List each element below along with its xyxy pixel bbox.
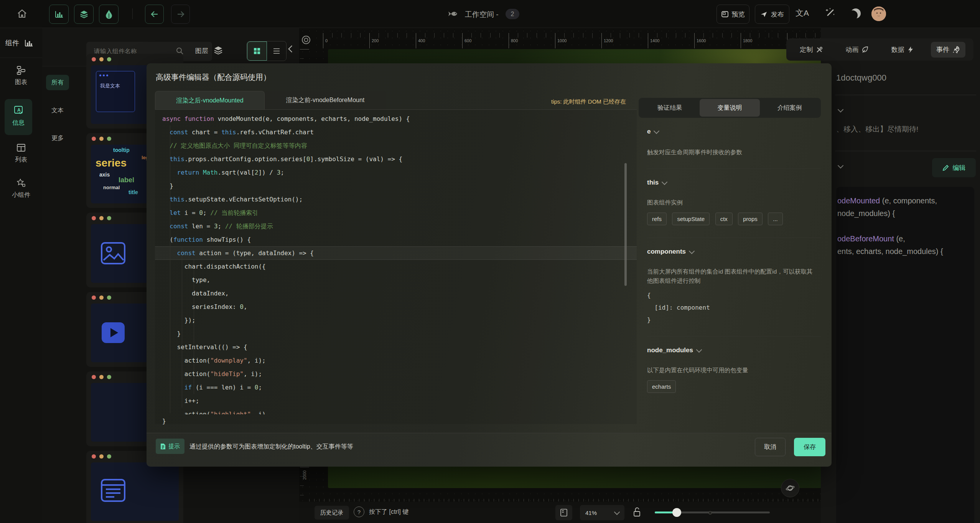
tab-variable-docs[interactable]: 变量说明 xyxy=(700,99,759,117)
section-name: node_modules xyxy=(647,346,693,354)
panel-toggle-button[interactable] xyxy=(555,505,572,520)
canvas-float-button[interactable] xyxy=(781,479,799,497)
language-icon[interactable]: 文A xyxy=(796,8,809,18)
ruler-label: 600 xyxy=(464,38,471,43)
tab-validation-result[interactable]: 验证结果 xyxy=(640,99,700,117)
magic-wand-icon[interactable] xyxy=(824,7,836,19)
code-line: (function showTips() { xyxy=(162,233,630,246)
section-name: components xyxy=(647,248,686,256)
chart-nodes-icon xyxy=(16,65,26,75)
events-teaser-text: 、移入、移出】尽情期待! xyxy=(836,124,918,134)
chip-more: ... xyxy=(768,213,783,225)
ruler-label: 200 xyxy=(372,38,379,43)
ruler-label: 1000 xyxy=(557,38,567,43)
section-header-e[interactable]: e xyxy=(647,128,821,135)
hint-text: 通过提供的参数可为图表增加定制化的tooltip、交互事件等等 xyxy=(189,443,353,451)
sidebar-item-charts[interactable]: 图表 xyxy=(0,65,42,86)
cancel-button[interactable]: 取消 xyxy=(755,438,786,456)
undo-button[interactable] xyxy=(145,5,164,24)
card-window-dots xyxy=(92,57,111,61)
tab-animation[interactable]: 动画 xyxy=(840,42,874,58)
grid-view-toggle[interactable] xyxy=(247,41,267,61)
window-icon xyxy=(721,11,728,17)
pen-mode-button[interactable] xyxy=(99,5,119,24)
layers-mode-button[interactable] xyxy=(74,5,94,24)
section-header-node-modules[interactable]: node_modules xyxy=(647,346,821,354)
code-fragment-line: node_modules) { xyxy=(837,207,974,220)
publish-button[interactable]: 发布 xyxy=(755,5,789,24)
sidebar-item-info[interactable]: A 信息 xyxy=(5,99,32,135)
sidebar-item-widgets[interactable]: 小组件 xyxy=(0,178,42,199)
ruler-label: 1600 xyxy=(697,38,706,43)
code-line: chart.dispatchAction({ xyxy=(162,260,630,273)
dark-mode-moon-icon[interactable] xyxy=(851,8,861,18)
modal-footer: 提示 通过提供的参数可为图表增加定制化的tooltip、交互事件等等 取消 保存 xyxy=(147,433,832,467)
collapse-panel-icon[interactable] xyxy=(289,46,294,53)
tab-events[interactable]: 事件 xyxy=(931,42,965,58)
key-hint-text: 按下了 [ctrl] 键 xyxy=(369,508,408,516)
layers-icon[interactable] xyxy=(213,45,223,55)
tab-text[interactable]: 文本 xyxy=(46,103,69,118)
section-header-this[interactable]: this xyxy=(647,179,821,186)
tab-label: 定制 xyxy=(800,45,813,54)
list-view-toggle[interactable] xyxy=(267,41,286,61)
chart-mode-button[interactable] xyxy=(49,5,69,24)
home-icon[interactable] xyxy=(17,8,27,19)
tab-vnode-before-mount[interactable]: 渲染之前-vnodeBeforeMount xyxy=(265,91,386,109)
code-line: i++; xyxy=(162,394,630,408)
browser-icon xyxy=(100,478,126,502)
chevron-down-icon[interactable] xyxy=(838,163,844,169)
wordcloud-word: title xyxy=(128,189,138,195)
code-lines[interactable]: async function vnodeMounted(e, component… xyxy=(162,112,630,428)
code-line: async function vnodeMounted(e, component… xyxy=(162,112,630,125)
components-bars-icon xyxy=(25,39,33,47)
save-button[interactable]: 保存 xyxy=(794,438,825,456)
arrow-right-icon xyxy=(176,11,185,18)
edit-button[interactable]: 编辑 xyxy=(932,158,976,177)
tab-intro-examples[interactable]: 介绍案例 xyxy=(760,99,820,117)
event-code-preview[interactable]: odeMounted (e, components,node_modules) … xyxy=(836,187,974,523)
ruler-origin-icon[interactable] xyxy=(301,35,311,45)
lock-icon[interactable] xyxy=(632,507,642,518)
tab-label: 更多 xyxy=(51,134,64,142)
zoom-select[interactable]: 41% xyxy=(580,505,624,520)
divider xyxy=(835,151,976,151)
zoom-value: 41% xyxy=(585,510,597,516)
tab-vnode-mounted[interactable]: 渲染之后-vnodeMounted xyxy=(155,91,265,110)
ruler-label: 1200 xyxy=(604,38,613,43)
wordcloud-word: series xyxy=(96,157,127,169)
preview-label: 预览 xyxy=(732,10,745,19)
editor-scrollbar[interactable] xyxy=(624,163,627,286)
history-label: 历史记录 xyxy=(320,509,343,516)
chip-ctx: ctx xyxy=(715,213,733,225)
card-preview xyxy=(91,462,179,521)
preview-button[interactable]: 预览 xyxy=(716,5,749,24)
workspace-badge: 2 xyxy=(506,9,519,19)
zoom-slider-thumb[interactable] xyxy=(672,508,681,517)
chevron-down-icon[interactable] xyxy=(838,107,844,113)
tab-label: 渲染之后-vnodeMounted xyxy=(176,97,243,105)
help-icon[interactable]: ? xyxy=(354,507,364,517)
tab-data[interactable]: 数据 xyxy=(886,42,919,58)
code-fragment-line xyxy=(837,220,974,233)
section-name: e xyxy=(647,128,651,135)
tab-all[interactable]: 所有 xyxy=(46,75,69,90)
tab-label: 动画 xyxy=(845,45,858,54)
code-line: }); xyxy=(162,313,630,327)
sidebar-item-list[interactable]: 列表 xyxy=(0,143,42,164)
layers-icon xyxy=(79,10,89,19)
tab-customize[interactable]: 定制 xyxy=(794,42,828,58)
tab-label: 所有 xyxy=(51,79,64,87)
user-avatar[interactable] xyxy=(871,7,886,21)
tab-label: 数据 xyxy=(891,45,904,54)
horizontal-ruler: 0200400600800100012001400160018002000 xyxy=(309,33,821,48)
ruler-label: 800 xyxy=(511,38,518,43)
tab-label: 文本 xyxy=(51,107,64,115)
list-icon xyxy=(273,48,280,54)
history-button[interactable]: 历史记录 xyxy=(315,506,349,520)
tab-more[interactable]: 更多 xyxy=(46,130,69,146)
workspace-title: 工作空间 - xyxy=(465,10,499,20)
section-header-components[interactable]: components xyxy=(647,248,821,256)
history-tick-strip xyxy=(309,499,820,502)
redo-button[interactable] xyxy=(171,5,190,24)
